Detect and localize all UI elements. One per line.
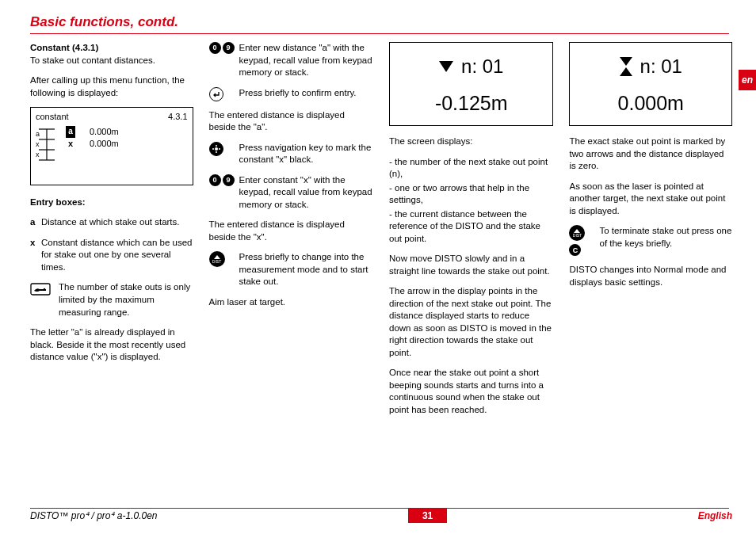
col2-p2: The entered distance is displayed beside…: [209, 219, 373, 243]
constant-heading: Constant (4.3.1): [30, 43, 98, 52]
arrow-down-icon: [439, 61, 453, 72]
col4-i1: To terminate stake out press one of the …: [599, 225, 732, 250]
a-black-label: a: [66, 126, 75, 138]
svg-text:x: x: [36, 140, 40, 148]
keypad-0-9-icon-2: 0 9: [209, 174, 235, 186]
keypad-0-9-icon: 0 9: [209, 42, 235, 54]
col4-p1: The exact stake out point is marked by t…: [569, 135, 732, 173]
entry-a-text: Distance at which stake out starts.: [41, 216, 180, 229]
constant-values: a0.000m x0.000m: [66, 126, 119, 150]
col3-p2: Now move DISTO slowly and in a straight …: [389, 253, 553, 277]
col2-i3: Press navigation key to mark the constan…: [239, 142, 373, 166]
entry-x-text: Constant distance which can be used for …: [41, 237, 193, 274]
footer-right: English: [698, 510, 732, 521]
svg-point-10: [215, 147, 218, 151]
col2-p1: The entered distance is displayed beside…: [209, 109, 373, 134]
note-text: The number of stake outs is only limited…: [59, 281, 193, 318]
col3-l3: - the current distance between the refer…: [389, 208, 553, 246]
constant-display-box: constant 4.3.1 a x x: [30, 107, 193, 185]
display1-value: -0.125m: [398, 90, 544, 117]
note-row: The number of stake outs is only limited…: [30, 281, 193, 318]
col3-p4: Once near the stake out point a short be…: [389, 367, 553, 416]
entry-x-label: x: [30, 237, 41, 274]
col2-i1: Enter new distance "a" with the keypad, …: [239, 42, 373, 79]
display-box-2: n: 01 0.000m: [569, 42, 732, 126]
entry-a-label: a: [30, 216, 41, 229]
display1-n: n: 01: [461, 54, 503, 79]
enter-icon: [209, 87, 235, 101]
constant-desc: After calling up this menu function, the…: [30, 74, 193, 99]
terminate-icons: DIST C: [569, 225, 594, 256]
dist-icon: DIST: [209, 251, 235, 267]
x-label: x: [66, 138, 75, 150]
constant-box-label: constant: [36, 111, 69, 123]
a-value: 0.000m: [90, 126, 119, 138]
column-4: n: 01 0.000m The exact stake out point i…: [569, 42, 732, 424]
svg-point-9: [44, 288, 45, 290]
entry-a: a Distance at which stake out starts.: [30, 216, 193, 229]
constant-diagram-icon: a x x: [36, 126, 58, 161]
col3-l1: - the number of the next stake out point…: [389, 156, 553, 181]
column-2: 0 9 Enter new distance "a" with the keyp…: [209, 42, 373, 424]
arrow-pair-icon: [620, 57, 632, 76]
display-box-1: n: 01 -0.125m: [389, 42, 553, 126]
col2-i5: Press briefly to change into the measure…: [239, 251, 373, 288]
column-3: n: 01 -0.125m The screen displays: - the…: [389, 42, 553, 424]
footer: DISTO™ pro⁴ / pro⁴ a-1.0.0en 31 English: [30, 509, 732, 523]
col3-p3: The arrow in the display points in the d…: [389, 285, 553, 359]
col2-i4: Enter constant "x" with the keypad, reca…: [239, 174, 373, 212]
svg-text:x: x: [36, 151, 40, 158]
col4-p2: As soon as the laser is pointed at anoth…: [569, 181, 732, 218]
language-tab: en: [739, 70, 756, 90]
entry-x: x Constant distance which can be used fo…: [30, 237, 193, 274]
content-columns: Constant (4.3.1) To stake out contant di…: [30, 42, 732, 424]
column-1: Constant (4.3.1) To stake out contant di…: [30, 42, 193, 424]
footer-page: 31: [408, 509, 447, 523]
page-title: Basic functions, contd.: [30, 14, 732, 30]
col3-l2: - one or two arrows that help in the set…: [389, 182, 553, 207]
constant-box-code: 4.3.1: [168, 111, 187, 123]
c-key-icon: C: [569, 244, 581, 256]
entry-boxes-heading: Entry boxes:: [30, 196, 193, 209]
navigation-icon: [209, 142, 235, 156]
title-rule: [30, 33, 729, 34]
page: Basic functions, contd. en Constant (4.3…: [0, 0, 756, 534]
col3-p1: The screen displays:: [389, 135, 553, 148]
constant-intro: To stake out contant distances.: [30, 55, 155, 65]
svg-text:a: a: [36, 130, 40, 138]
footer-left: DISTO™ pro⁴ / pro⁴ a-1.0.0en: [30, 510, 158, 521]
display2-value: 0.000m: [578, 90, 724, 117]
col4-p3: DISTO changes into Normal mode and displ…: [569, 264, 732, 288]
x-value: 0.000m: [90, 138, 119, 150]
col1-p3: The letter "a" is already displayed in b…: [30, 326, 193, 364]
col2-p3: Aim laser at target.: [209, 296, 373, 309]
pointing-hand-icon: [30, 281, 51, 297]
display2-n: n: 01: [640, 54, 682, 79]
col2-i2: Press briefly to confirm entry.: [239, 87, 357, 100]
